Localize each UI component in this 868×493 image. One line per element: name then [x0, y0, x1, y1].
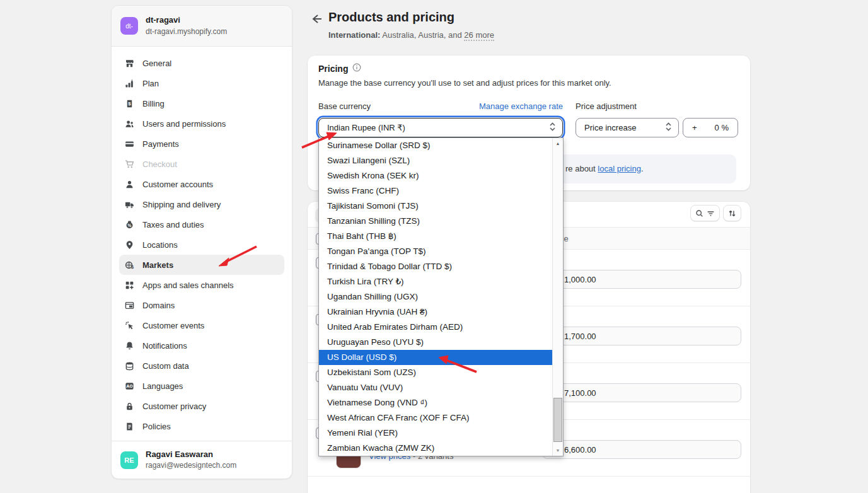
shop-header[interactable]: dt- dt-ragavi dt-ragavi.myshopify.com [112, 6, 292, 47]
back-arrow-icon[interactable] [310, 13, 323, 25]
user-name: Ragavi Easwaran [146, 450, 236, 460]
truck-icon [124, 199, 135, 210]
sidebar-item-customer-privacy[interactable]: Customer privacy [119, 396, 284, 416]
taxes-icon: % [124, 219, 135, 230]
sidebar-item-label: General [142, 59, 171, 68]
sidebar-item-shipping-and-delivery[interactable]: Shipping and delivery [119, 194, 284, 214]
sidebar-item-custom-data[interactable]: Custom data [119, 356, 284, 376]
sidebar-item-policies[interactable]: Policies [119, 416, 284, 436]
currency-option[interactable]: Uzbekistani Som (UZS) [319, 365, 553, 380]
pricing-description: Manage the base currency you'll use to s… [318, 78, 611, 88]
sidebar-item-payments[interactable]: Payments [119, 134, 284, 154]
sidebar-item-label: Checkout [142, 160, 177, 169]
payments-icon [124, 139, 135, 149]
dropdown-scrollbar-thumb[interactable] [553, 398, 562, 442]
sort-button[interactable] [723, 205, 741, 221]
markets-globe-icon: $ [124, 260, 135, 270]
currency-option[interactable]: Turkish Lira (TRY ₺) [319, 274, 553, 289]
search-and-filter-button[interactable] [690, 205, 720, 221]
sidebar-item-notifications[interactable]: Notifications [119, 335, 284, 356]
scroll-down-arrow-icon[interactable]: ▼ [553, 445, 563, 456]
sidebar-item-languages[interactable]: A Languages [119, 376, 284, 396]
currency-option[interactable]: Uruguayan Peso (UYU $) [319, 335, 553, 350]
currency-option[interactable]: Thai Baht (THB ฿) [319, 229, 553, 244]
currency-option[interactable]: Swazi Lilangeni (SZL) [319, 153, 553, 168]
local-pricing-link[interactable]: local pricing [598, 164, 641, 173]
currency-option[interactable]: Surinamese Dollar (SRD $) [319, 138, 553, 153]
more-countries-link[interactable]: 26 more [464, 30, 494, 41]
page-subtitle: International: Australia, Austria, and 2… [328, 30, 494, 40]
info-icon[interactable] [352, 63, 361, 74]
manage-exchange-rate-link[interactable]: Manage exchange rate [463, 102, 563, 111]
svg-text:$: $ [128, 100, 131, 106]
sidebar-item-label: Languages [142, 381, 183, 391]
sidebar-item-label: Customer accounts [142, 180, 213, 189]
base-currency-label: Base currency [318, 102, 371, 111]
domains-icon [124, 300, 135, 311]
sidebar-item-label: Apps and sales channels [142, 281, 234, 290]
sidebar-item-customer-events[interactable]: Customer events [119, 315, 284, 335]
sidebar-item-label: Taxes and duties [142, 220, 204, 229]
currency-option[interactable]: Swedish Krona (SEK kr) [319, 168, 553, 183]
price-adjustment-percent-input[interactable]: + 0 % [683, 118, 738, 137]
price-adjustment-value: Price increase [584, 123, 636, 132]
user-avatar: RE [120, 451, 138, 469]
currency-option-selected[interactable]: US Dollar (USD $) [319, 350, 553, 365]
sidebar-item-label: Locations [142, 240, 178, 250]
sidebar-item-users-and-permissions[interactable]: Users and permissions [119, 113, 284, 134]
sidebar-item-billing[interactable]: $ Billing [119, 93, 284, 113]
shop-name: dt-ragavi [146, 15, 227, 25]
sidebar-item-label: Shipping and delivery [142, 200, 221, 209]
base-currency-select[interactable]: Indian Rupee (INR ₹) [318, 118, 563, 137]
currency-option[interactable]: Ukrainian Hryvnia (UAH ₴) [319, 304, 553, 320]
currency-option[interactable]: West African CFA Franc (XOF F CFA) [319, 410, 553, 426]
bell-icon [124, 340, 135, 351]
sidebar-item-domains[interactable]: Domains [119, 295, 284, 315]
currency-option[interactable]: Vietnamese Dong (VND ₫) [319, 395, 553, 410]
subtitle-label: International: [328, 30, 380, 40]
currency-option[interactable]: Yemeni Rial (YER) [319, 426, 553, 441]
pricing-card-title: Pricing [318, 64, 348, 74]
base-currency-value: Indian Rupee (INR ₹) [327, 123, 405, 132]
languages-icon: A [124, 381, 135, 392]
scroll-up-arrow-icon[interactable]: ▲ [553, 138, 563, 149]
price-adjustment-label: Price adjustment [576, 102, 637, 111]
sidebar-item-label: Billing [142, 99, 165, 108]
svg-text:$: $ [131, 264, 134, 269]
currency-option[interactable]: United Arab Emirates Dirham (AED) [319, 320, 553, 335]
price-input[interactable]: 6,600.00 [542, 440, 741, 459]
currency-option[interactable]: Tongan Pa'anga (TOP T$) [319, 244, 553, 259]
cursor-click-icon [124, 320, 135, 331]
currency-dropdown-list: Surinamese Dollar (SRD $) Swazi Lilangen… [318, 137, 564, 456]
currency-option[interactable]: Tanzanian Shilling (TZS) [319, 214, 553, 229]
sidebar-item-general[interactable]: General [119, 53, 284, 73]
chevron-updown-icon [665, 122, 672, 133]
sidebar-item-label: Payments [142, 139, 179, 149]
sidebar-item-markets[interactable]: $ Markets [119, 255, 284, 275]
plan-icon [124, 78, 135, 89]
shop-avatar: dt- [120, 17, 138, 35]
sidebar-item-plan[interactable]: Plan [119, 73, 284, 93]
user-footer[interactable]: RE Ragavi Easwaran ragavi@wedesigntech.c… [112, 441, 292, 478]
chevron-updown-icon [549, 122, 556, 133]
sidebar-item-customer-accounts[interactable]: Customer accounts [119, 174, 284, 194]
dropdown-scrollbar[interactable]: ▲ ▼ [552, 138, 563, 456]
sidebar-item-label: Plan [142, 79, 159, 88]
sidebar-item-apps-and-sales-channels[interactable]: Apps and sales channels [119, 275, 284, 295]
sidebar-item-label: Policies [142, 422, 171, 431]
price-adjustment-select[interactable]: Price increase [576, 118, 679, 137]
sidebar-item-taxes-and-duties[interactable]: % Taxes and duties [119, 214, 284, 235]
percent-value: 0 % [715, 123, 729, 132]
price-input[interactable]: 1,700.00 [542, 327, 741, 345]
currency-option[interactable]: Swiss Franc (CHF) [319, 183, 553, 199]
database-icon [124, 361, 135, 371]
sidebar-item-locations[interactable]: Locations [119, 235, 284, 255]
currency-option[interactable]: Zambian Kwacha (ZMW ZK) [319, 441, 553, 456]
currency-option[interactable]: Vanuatu Vatu (VUV) [319, 380, 553, 395]
currency-option[interactable]: Trinidad & Tobago Dollar (TTD $) [319, 259, 553, 274]
price-input[interactable]: 1,000.00 [542, 270, 741, 289]
price-input[interactable]: 7,100.00 [542, 383, 741, 402]
users-icon [124, 119, 135, 129]
currency-option[interactable]: Tajikistani Somoni (TJS) [319, 199, 553, 214]
currency-option[interactable]: Ugandan Shilling (UGX) [319, 289, 553, 304]
